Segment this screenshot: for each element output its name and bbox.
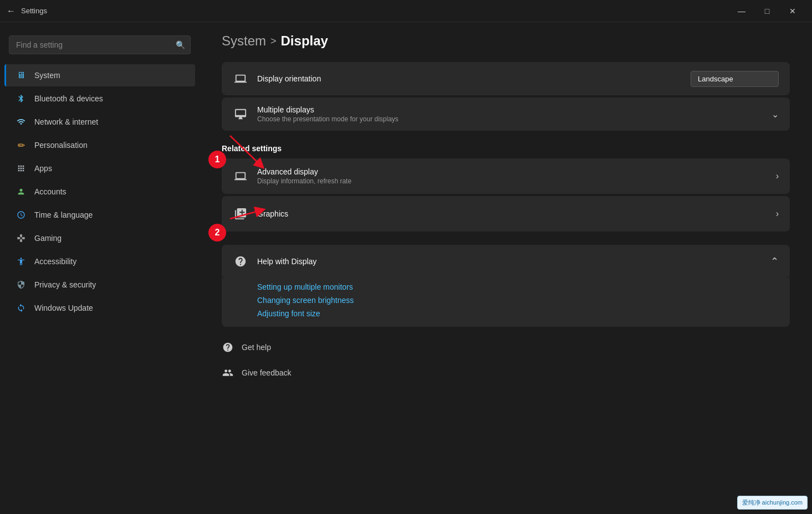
bottom-actions: Get help Give feedback (222, 336, 790, 384)
system-icon: 🖥 (16, 70, 27, 81)
display-orientation-title: Display orientation (257, 74, 321, 83)
back-icon[interactable]: ← (7, 6, 16, 16)
help-link-brightness[interactable]: Changing screen brightness (257, 296, 779, 305)
watermark: 爱纯净 aichunjing.com (737, 496, 808, 510)
gaming-icon (16, 233, 27, 244)
display-orientation-right: Landscape Portrait Landscape (flipped) P… (691, 71, 779, 87)
sidebar-label-accounts: Accounts (34, 187, 67, 196)
multiple-displays-row[interactable]: Multiple displays Choose the presentatio… (222, 97, 790, 131)
chevron-right-icon: › (776, 171, 779, 181)
help-icon (233, 254, 248, 269)
apps-icon (16, 163, 27, 174)
help-link-monitors[interactable]: Setting up multiple monitors (257, 282, 779, 291)
privacy-icon (16, 279, 27, 290)
maximize-button[interactable]: □ (754, 2, 780, 20)
advanced-display-text: Advanced display Display information, re… (257, 167, 351, 185)
display-orientation-icon (233, 71, 248, 86)
sidebar-item-accounts[interactable]: Accounts (4, 181, 195, 203)
get-help-label: Get help (242, 343, 271, 352)
main-content: System > Display Display orientation Lan… (200, 22, 812, 514)
advanced-display-left: Advanced display Display information, re… (233, 167, 351, 185)
graphics-row[interactable]: Graphics › 2 (222, 196, 790, 232)
display-orientation-text: Display orientation (257, 74, 321, 83)
sidebar-item-gaming[interactable]: Gaming (4, 227, 195, 249)
search-container: 🔍 (9, 35, 191, 54)
related-settings-header: Related settings (222, 133, 790, 158)
titlebar: ← Settings — □ ✕ (0, 0, 812, 22)
personalisation-icon: ✏ (16, 140, 27, 151)
sidebar-label-gaming: Gaming (34, 234, 62, 243)
sidebar-label-time: Time & language (34, 210, 93, 219)
advanced-display-row[interactable]: Advanced display Display information, re… (222, 158, 790, 194)
sidebar-label-accessibility: Accessibility (34, 257, 76, 266)
chevron-right-icon-2: › (776, 209, 779, 219)
advanced-display-title: Advanced display (257, 167, 351, 176)
bluetooth-icon (16, 93, 27, 104)
multiple-displays-title: Multiple displays (257, 105, 399, 114)
help-section: Help with Display ⌃ Setting up multiple … (222, 245, 790, 327)
display-orientation-row[interactable]: Display orientation Landscape Portrait L… (222, 62, 790, 95)
annotation-badge-2: 2 (208, 224, 226, 241)
sidebar-item-privacy[interactable]: Privacy & security (4, 274, 195, 296)
get-help-icon (222, 341, 234, 353)
display-orientation-left: Display orientation (233, 71, 321, 86)
multiple-displays-right: ⌄ (772, 109, 779, 120)
network-icon (16, 116, 27, 127)
multiple-displays-icon (233, 106, 248, 122)
give-feedback-action[interactable]: Give feedback (222, 361, 790, 384)
help-link-font[interactable]: Adjusting font size (257, 309, 779, 318)
multiple-displays-text: Multiple displays Choose the presentatio… (257, 105, 399, 123)
close-button[interactable]: ✕ (780, 2, 805, 20)
graphics-title: Graphics (257, 209, 288, 218)
sidebar-label-personalisation: Personalisation (34, 141, 88, 150)
sidebar-item-time[interactable]: Time & language (4, 204, 195, 226)
chevron-down-icon: ⌄ (772, 109, 779, 120)
update-icon (16, 302, 27, 313)
breadcrumb-separator: > (270, 35, 277, 47)
sidebar-label-network: Network & internet (34, 117, 98, 126)
content-wrapper: System > Display Display orientation Lan… (222, 22, 790, 384)
sidebar-label-apps: Apps (34, 164, 52, 173)
time-icon (16, 209, 27, 220)
sidebar-item-system[interactable]: 🖥 System (4, 64, 195, 86)
app-container: 🔍 🖥 System Bluetooth & devices Network &… (0, 22, 812, 514)
orientation-select[interactable]: Landscape Portrait Landscape (flipped) P… (691, 71, 779, 87)
give-feedback-icon (222, 367, 234, 379)
sidebar-item-network[interactable]: Network & internet (4, 111, 195, 133)
advanced-display-subtitle: Display information, refresh rate (257, 177, 351, 185)
graphics-icon (233, 206, 248, 222)
sidebar-label-privacy: Privacy & security (34, 280, 96, 289)
titlebar-left: ← Settings (7, 6, 47, 16)
breadcrumb: System > Display (222, 22, 790, 62)
breadcrumb-parent[interactable]: System (222, 33, 266, 49)
sidebar-label-bluetooth: Bluetooth & devices (34, 94, 103, 103)
sidebar-item-personalisation[interactable]: ✏ Personalisation (4, 134, 195, 156)
help-title: Help with Display (257, 257, 316, 266)
minimize-button[interactable]: — (729, 2, 754, 20)
titlebar-title: Settings (21, 7, 47, 15)
advanced-display-icon (233, 168, 248, 184)
get-help-action[interactable]: Get help (222, 336, 790, 359)
graphics-text: Graphics (257, 209, 288, 218)
multiple-displays-left: Multiple displays Choose the presentatio… (233, 105, 399, 123)
give-feedback-label: Give feedback (242, 368, 292, 377)
help-header-left: Help with Display (233, 254, 316, 269)
accounts-icon (16, 186, 27, 197)
help-header[interactable]: Help with Display ⌃ (222, 245, 790, 278)
sidebar: 🔍 🖥 System Bluetooth & devices Network &… (0, 22, 200, 514)
help-chevron-up-icon: ⌃ (770, 255, 779, 268)
titlebar-controls: — □ ✕ (729, 2, 805, 20)
sidebar-item-apps[interactable]: Apps (4, 157, 195, 179)
sidebar-label-system: System (34, 71, 60, 80)
multiple-displays-subtitle: Choose the presentation mode for your di… (257, 115, 399, 123)
search-input[interactable] (9, 35, 191, 54)
sidebar-item-bluetooth[interactable]: Bluetooth & devices (4, 88, 195, 110)
accessibility-icon (16, 256, 27, 267)
breadcrumb-current: Display (281, 33, 328, 49)
sidebar-item-update[interactable]: Windows Update (4, 297, 195, 319)
help-links: Setting up multiple monitors Changing sc… (222, 278, 790, 327)
sidebar-item-accessibility[interactable]: Accessibility (4, 250, 195, 273)
graphics-left: Graphics (233, 206, 288, 222)
search-icon: 🔍 (176, 40, 185, 49)
sidebar-label-update: Windows Update (34, 304, 93, 312)
